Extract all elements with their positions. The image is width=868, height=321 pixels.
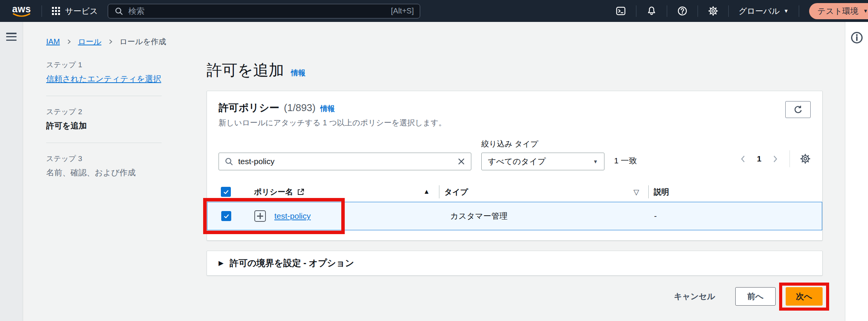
table-preferences-button[interactable] — [800, 153, 811, 164]
table-header-row: ポリシー名 ▲ — [207, 182, 822, 202]
step-3-title: 名前、確認、および作成 — [46, 167, 162, 178]
panel-info-link[interactable]: 情報 — [320, 104, 335, 114]
settings-button[interactable] — [708, 6, 718, 16]
chevron-right-icon — [771, 155, 780, 163]
policy-type-cell: カスタマー管理 — [439, 211, 649, 221]
type-filter-select[interactable]: すべてのタイプ ▼ — [481, 153, 604, 170]
page-info-link[interactable]: 情報 — [291, 68, 305, 78]
pagination: 1 — [739, 150, 811, 167]
wizard-footer-actions: キャンセル 前へ 次へ — [207, 287, 823, 306]
aws-console-topbar: aws サービス [Alt+S] — [0, 0, 868, 22]
table-row-test-policy[interactable]: test-policy カスタマー管理 - — [207, 202, 822, 230]
topbar-divider — [667, 5, 667, 17]
chevron-left-icon — [739, 155, 748, 163]
column-header-type[interactable]: タイプ ▽ — [439, 182, 648, 202]
services-menu-button[interactable]: サービス — [52, 6, 98, 17]
bell-icon — [646, 6, 657, 16]
pagination-divider — [790, 150, 790, 167]
previous-button[interactable]: 前へ — [735, 287, 776, 306]
column-label: ポリシー名 — [254, 187, 293, 197]
next-button[interactable]: 次へ — [786, 287, 823, 306]
topbar-divider — [42, 5, 42, 17]
topbar-divider — [698, 5, 698, 17]
wizard-main-column: 許可を追加 情報 許可ポリシー (1/893) 情報 — [207, 60, 823, 306]
chevron-down-icon: ▼ — [784, 8, 789, 13]
gear-icon — [800, 153, 811, 164]
hamburger-menu-button[interactable] — [6, 33, 17, 41]
refresh-button[interactable] — [785, 101, 811, 118]
policy-description-cell: - — [649, 211, 822, 221]
right-info-rail — [845, 22, 868, 321]
check-icon — [223, 189, 229, 195]
row-checkbox[interactable] — [221, 211, 231, 221]
environment-badge-label: テスト環境 — [818, 6, 858, 17]
select-all-checkbox[interactable] — [221, 187, 231, 197]
region-selector[interactable]: グローバル ▼ — [739, 6, 789, 17]
clear-search-button[interactable] — [457, 157, 466, 166]
console-search-input[interactable] — [128, 7, 386, 16]
column-divider — [439, 185, 439, 198]
chevron-down-icon: ▼ — [593, 159, 598, 164]
aws-logo-text: aws — [12, 5, 31, 13]
region-label: グローバル — [739, 6, 780, 17]
step-2-title: 許可を追加 — [46, 120, 162, 131]
next-page-button[interactable] — [771, 155, 780, 163]
check-icon — [223, 213, 230, 220]
chevron-right-icon — [108, 39, 114, 45]
breadcrumb-current: ロールを作成 — [120, 37, 166, 47]
panel-title: 許可ポリシー — [219, 101, 279, 115]
type-filter-value: すべてのタイプ — [488, 156, 546, 167]
step-label: ステップ 3 — [46, 154, 162, 164]
content-columns: ステップ 1 信頼されたエンティティを選択 ステップ 2 許可を追加 ステップ … — [46, 60, 823, 306]
permissions-boundary-title: 許可の境界を設定 - オプション — [230, 257, 354, 269]
table-filter-row: 絞り込み タイプ すべてのタイプ ▼ 1 一致 — [219, 139, 811, 170]
step-label: ステップ 1 — [46, 60, 162, 70]
chevron-right-icon — [66, 39, 72, 45]
aws-logo[interactable]: aws — [12, 5, 32, 18]
permissions-boundary-toggle[interactable]: ▶ 許可の境界を設定 - オプション — [219, 257, 354, 269]
topbar-divider — [799, 5, 799, 17]
column-header-policy-name[interactable]: ポリシー名 ▲ — [249, 182, 439, 202]
info-panel-button[interactable] — [850, 31, 863, 44]
current-page-number: 1 — [757, 154, 761, 163]
wizard-step-2: ステップ 2 許可を追加 — [46, 107, 162, 131]
match-count: 1 一致 — [614, 155, 637, 166]
breadcrumb-iam-link[interactable]: IAM — [46, 37, 60, 46]
filter-caret-icon[interactable]: ▽ — [633, 188, 639, 196]
breadcrumb: IAM ロール ロールを作成 — [46, 37, 823, 47]
expand-policy-button[interactable] — [254, 210, 266, 222]
services-label: サービス — [65, 6, 98, 17]
permissions-boundary-panel: ▶ 許可の境界を設定 - オプション — [207, 251, 823, 276]
cloudshell-terminal-icon — [616, 6, 626, 16]
step-label: ステップ 2 — [46, 107, 162, 117]
wizard-steps-nav: ステップ 1 信頼されたエンティティを選択 ステップ 2 許可を追加 ステップ … — [46, 60, 162, 306]
panel-count: (1/893) — [284, 102, 315, 114]
previous-page-button[interactable] — [739, 155, 748, 163]
sort-ascending-icon[interactable]: ▲ — [423, 188, 430, 196]
step-divider — [46, 143, 162, 143]
column-header-description: 説明 — [648, 182, 822, 202]
policy-search-input[interactable] — [238, 157, 452, 166]
policy-search-box — [219, 153, 471, 170]
help-button[interactable] — [677, 6, 688, 16]
help-question-icon — [677, 6, 688, 16]
info-circle-icon — [850, 31, 863, 44]
chevron-down-icon: ▼ — [863, 8, 868, 13]
gear-icon — [708, 6, 718, 16]
external-link-icon — [297, 188, 305, 196]
environment-badge[interactable]: テスト環境 ▼ — [809, 3, 868, 19]
breadcrumb-roles-link[interactable]: ロール — [78, 37, 102, 47]
refresh-icon — [793, 105, 803, 115]
cancel-button[interactable]: キャンセル — [674, 291, 715, 302]
page-title: 許可を追加 — [207, 61, 284, 79]
step-1-link[interactable]: 信頼されたエンティティを選択 — [46, 74, 161, 83]
permission-policies-panel: 許可ポリシー (1/893) 情報 新しいロールにアタッチする 1 つ以上のポリ… — [207, 91, 823, 241]
cloudshell-button[interactable] — [616, 6, 626, 16]
panel-header: 許可ポリシー (1/893) 情報 新しいロールにアタッチする 1 つ以上のポリ… — [219, 101, 811, 128]
search-icon — [224, 157, 234, 166]
type-filter-label: 絞り込み タイプ — [481, 139, 604, 149]
notifications-button[interactable] — [646, 6, 657, 16]
policy-name-link[interactable]: test-policy — [274, 211, 311, 221]
expand-caret-icon: ▶ — [219, 259, 224, 267]
wizard-step-1: ステップ 1 信頼されたエンティティを選択 — [46, 60, 162, 84]
